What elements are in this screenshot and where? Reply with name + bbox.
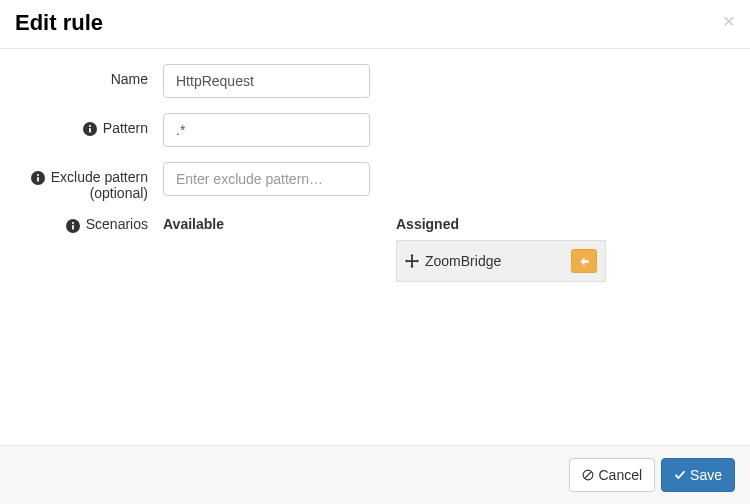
- arrow-left-icon: [579, 256, 590, 267]
- exclude-input[interactable]: [163, 162, 370, 196]
- save-button[interactable]: Save: [661, 458, 735, 492]
- info-icon: [83, 122, 97, 136]
- modal-header: Edit rule ×: [0, 0, 750, 49]
- cancel-button[interactable]: Cancel: [569, 458, 655, 492]
- assigned-scenario-item[interactable]: ZoomBridge: [396, 240, 606, 282]
- exclude-label: Exclude pattern (optional): [0, 162, 163, 201]
- available-column: Available: [163, 216, 396, 240]
- scenario-name: ZoomBridge: [425, 253, 571, 269]
- modal-title: Edit rule: [15, 10, 103, 36]
- modal-footer: Cancel Save: [0, 445, 750, 504]
- pattern-input[interactable]: [163, 113, 370, 147]
- pattern-label-text: Pattern: [103, 120, 148, 136]
- unassign-button[interactable]: [571, 249, 597, 273]
- name-input[interactable]: [163, 64, 370, 98]
- cancel-icon: [582, 469, 594, 481]
- info-icon: [66, 219, 80, 233]
- close-button[interactable]: ×: [723, 10, 735, 31]
- exclude-label-text: Exclude pattern (optional): [51, 169, 148, 201]
- pattern-label: Pattern: [0, 113, 163, 136]
- scenarios-label: Scenarios: [0, 216, 163, 232]
- svg-line-10: [585, 472, 591, 478]
- close-icon: ×: [723, 9, 735, 32]
- exclude-row: Exclude pattern (optional): [0, 162, 735, 201]
- svg-point-2: [89, 125, 91, 127]
- move-icon: [405, 254, 419, 268]
- name-row: Name: [0, 64, 735, 98]
- info-icon: [31, 171, 45, 185]
- cancel-label: Cancel: [598, 465, 642, 485]
- svg-rect-4: [37, 177, 39, 181]
- check-icon: [674, 469, 686, 481]
- pattern-row: Pattern: [0, 113, 735, 147]
- scenarios-label-text: Scenarios: [86, 216, 148, 232]
- svg-rect-7: [72, 225, 74, 229]
- available-heading: Available: [163, 216, 396, 232]
- svg-point-5: [37, 174, 39, 176]
- svg-point-8: [72, 221, 74, 223]
- modal-body: Name Pattern Exclude pattern (optional): [0, 49, 750, 445]
- save-label: Save: [690, 465, 722, 485]
- name-label: Name: [0, 64, 163, 87]
- scenarios-row: Scenarios Available Assigned ZoomBridge: [0, 216, 735, 282]
- svg-rect-1: [89, 128, 91, 132]
- assigned-heading: Assigned: [396, 216, 606, 232]
- assigned-column: Assigned ZoomBridge: [396, 216, 606, 282]
